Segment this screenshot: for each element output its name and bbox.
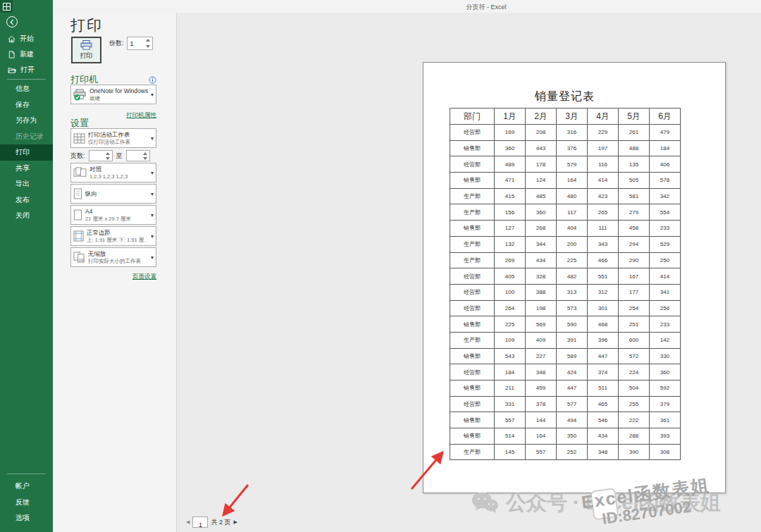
setting-dropdown-collation[interactable]: 对照 1,2,3 1,2,3 1,2,3 ▾ — [70, 163, 156, 183]
table-row: 经营部169208316229261479 — [450, 125, 681, 141]
table-header-cell: 4月 — [588, 109, 619, 125]
table-cell: 生产部 — [450, 236, 495, 252]
sidebar-item-save[interactable]: 保存 — [0, 97, 53, 113]
table-cell: 200 — [557, 236, 588, 252]
table-cell: 261 — [619, 125, 650, 141]
printer-select-dropdown[interactable]: OneNote for Windows... 就绪 ▾ — [70, 85, 156, 104]
setting-line1: 无缩放 — [88, 250, 148, 258]
previous-page-button[interactable]: ◀ — [186, 519, 190, 525]
table-cell: 581 — [619, 188, 650, 204]
table-cell: 313 — [557, 284, 588, 300]
sheet-title: 销量登记表 — [450, 89, 680, 104]
setting-dropdown-what-to-print[interactable]: 打印活动工作表 仅打印活动工作表 ▾ — [70, 128, 156, 148]
table-row: 销售部471124164414505578 — [450, 173, 681, 189]
sidebar-item-print[interactable]: 打印 — [0, 144, 53, 161]
chevron-down-icon: ▾ — [151, 191, 154, 197]
pages-from-stepper[interactable] — [89, 150, 113, 161]
table-cell: 111 — [588, 221, 619, 237]
new-doc-icon — [8, 51, 16, 58]
table-cell: 198 — [526, 300, 557, 316]
sidebar-item-new[interactable]: 新建 — [0, 47, 53, 62]
page-number-box[interactable] — [192, 516, 208, 528]
table-cell: 144 — [526, 412, 557, 428]
sidebar-item-account[interactable]: 帐户 — [0, 478, 53, 495]
table-cell: 252 — [557, 444, 588, 460]
table-cell: 443 — [526, 140, 557, 156]
table-cell: 177 — [619, 284, 650, 300]
table-cell: 经营部 — [450, 284, 495, 300]
table-cell: 360 — [650, 364, 681, 381]
pages-to-stepper[interactable] — [126, 150, 150, 161]
backstage-sidebar: 开始 新建 打开 信息 保存 另存为 历史记录 打印 共享 导出 发布 关闭 帐… — [0, 0, 53, 532]
spinner-down-icon[interactable] — [146, 45, 150, 48]
table-cell: 生产部 — [450, 252, 495, 268]
sidebar-item-options[interactable]: 选项 — [0, 510, 53, 526]
sidebar-item-home[interactable]: 开始 — [0, 31, 53, 47]
page-number-input[interactable] — [193, 520, 207, 530]
spinner-up-icon[interactable] — [106, 152, 110, 155]
setting-line2: 仅打印活动工作表 — [88, 139, 148, 145]
spinner-up-icon[interactable] — [143, 152, 147, 155]
print-button[interactable]: 打印 — [71, 37, 101, 63]
setting-dropdown-orientation[interactable]: 纵向 ▾ — [70, 184, 156, 204]
setting-dropdown-paper-size[interactable]: A4 21 厘米 x 29.7 厘米 ▾ — [70, 205, 156, 225]
table-cell: 514 — [495, 428, 526, 445]
sidebar-item-feedback[interactable]: 反馈 — [0, 495, 53, 511]
printer-properties-link[interactable]: 打印机属性 — [127, 111, 157, 118]
spinner-down-icon[interactable] — [143, 157, 147, 160]
copies-input[interactable] — [128, 40, 144, 47]
setting-line1: A4 — [85, 208, 148, 216]
table-cell: 316 — [557, 125, 588, 141]
setting-line1: 纵向 — [85, 190, 148, 198]
table-cell: 生产部 — [450, 444, 495, 460]
table-cell: 511 — [588, 381, 619, 397]
table-cell: 184 — [495, 364, 526, 381]
table-cell: 233 — [650, 221, 681, 237]
table-cell: 销售部 — [450, 221, 495, 237]
table-cell: 447 — [557, 381, 588, 397]
table-cell: 569 — [526, 316, 557, 333]
printer-status-icon — [73, 89, 87, 101]
next-page-button[interactable]: ▶ — [233, 519, 237, 525]
info-icon[interactable] — [149, 76, 156, 84]
table-cell: 301 — [588, 300, 619, 316]
table-row: 生产部132344200343294529 — [450, 236, 681, 252]
pages-label: 页数: — [70, 151, 85, 161]
table-cell: 100 — [495, 284, 526, 300]
table-cell: 116 — [588, 156, 619, 173]
home-icon — [8, 35, 16, 43]
table-cell: 227 — [526, 348, 557, 364]
page-setup-link[interactable]: 页面设置 — [132, 273, 156, 280]
spinner-up-icon[interactable] — [146, 39, 150, 42]
sidebar-item-publish[interactable]: 发布 — [0, 192, 53, 209]
table-cell: 348 — [526, 364, 557, 381]
sidebar-item-info[interactable]: 信息 — [0, 81, 53, 97]
sidebar-item-share[interactable]: 共享 — [0, 161, 53, 177]
setting-dropdown-scaling[interactable]: 100 无缩放 打印实际大小的工作表 ▾ — [70, 247, 156, 267]
sidebar-item-close[interactable]: 关闭 — [0, 208, 53, 224]
sidebar-item-label: 打开 — [20, 65, 35, 75]
back-button[interactable] — [6, 16, 18, 27]
table-cell: 251 — [619, 316, 650, 333]
printer-status: 就绪 — [89, 95, 148, 101]
spinner-down-icon[interactable] — [106, 157, 110, 160]
sidebar-item-open[interactable]: 打开 — [0, 62, 53, 78]
sidebar-item-export[interactable]: 导出 — [0, 176, 53, 192]
table-cell: 169 — [495, 125, 526, 141]
table-cell: 销售部 — [450, 140, 495, 156]
table-cell: 328 — [526, 268, 557, 285]
table-cell: 132 — [495, 236, 526, 252]
page-title: 打印 — [70, 16, 103, 35]
table-cell: 225 — [495, 316, 526, 333]
sidebar-item-history: 历史记录 — [0, 129, 53, 145]
table-cell: 557 — [526, 444, 557, 460]
setting-dropdown-margins[interactable]: 正常边距 上: 1.91 厘米 下: 1.91 厘… ▾ — [70, 226, 156, 246]
copies-stepper[interactable] — [127, 37, 153, 50]
table-cell: 480 — [557, 188, 588, 204]
table-cell: 127 — [495, 221, 526, 237]
sidebar-item-save-as[interactable]: 另存为 — [0, 113, 53, 129]
setting-line2: 21 厘米 x 29.7 厘米 — [85, 216, 148, 222]
table-cell: 264 — [495, 300, 526, 316]
table-cell: 184 — [650, 140, 681, 156]
table-cell: 396 — [588, 332, 619, 348]
